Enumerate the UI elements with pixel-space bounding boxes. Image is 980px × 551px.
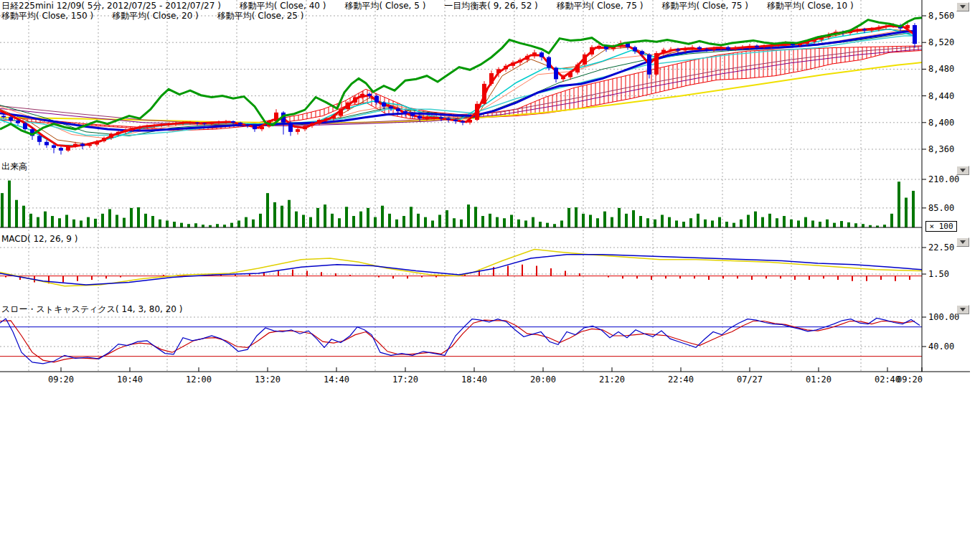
- stochastics-panel: [0, 318, 922, 364]
- legend-indicator: 移動平均( Close, 5 ): [344, 1, 425, 11]
- stochastics-panel-title: スロー・ストキャスティクス( 14, 3, 80, 20 ): [1, 305, 182, 314]
- macd-panel-title: MACD( 12, 26, 9 ): [1, 235, 77, 244]
- volume-axis-labels: 210.0085.00: [922, 174, 959, 213]
- y-axis-tick-label: 1.50: [928, 269, 949, 279]
- chikou-span-line: [0, 18, 922, 135]
- legend-row-1: 日経225mini 12/09( 5分, 2012/07/25 - 2012/0…: [1, 1, 854, 11]
- macd-axis-labels: 22.501.50: [922, 242, 954, 279]
- legend-indicator: 移動平均( Close, 75 ): [661, 1, 748, 11]
- y-axis-tick-label: 8,400: [928, 118, 954, 128]
- y-axis-tick-label: 8,440: [928, 91, 954, 101]
- y-axis-tick-label: 40.00: [928, 342, 954, 352]
- legend-indicator: 移動平均( Close, 20 ): [112, 11, 199, 21]
- y-axis-tick-label: 22.50: [928, 242, 954, 253]
- x-axis-tick-label: 10:40: [117, 375, 143, 385]
- y-axis-tick-label: 8,520: [928, 37, 954, 47]
- y-axis-tick-label: 85.00: [928, 203, 954, 213]
- price-axis-labels: 8,5608,5208,4808,4408,4008,360: [922, 11, 954, 154]
- legend-indicator: 移動平均( Close, 40 ): [240, 1, 326, 11]
- volume-bars: [0, 181, 922, 227]
- legend-indicator: 移動平均( Close, 25 ): [217, 11, 304, 21]
- legend-indicator: 移動平均( Close, 10 ): [767, 1, 854, 11]
- legend-indicator: 移動平均( Close, 75 ): [557, 1, 644, 11]
- y-axis-tick-label: 8,560: [928, 11, 954, 21]
- chevron-down-icon: [960, 169, 966, 172]
- chart-canvas: 09:2010:4012:0013:2014:4017:2018:4020:00…: [0, 0, 980, 391]
- chevron-down-icon: [960, 5, 966, 9]
- y-axis-tick-label: 8,480: [928, 64, 954, 74]
- x-axis-tick-label: 13:20: [255, 375, 281, 385]
- x-axis-tick-label: 17:20: [392, 375, 418, 385]
- y-axis-tick-label: 210.00: [928, 174, 959, 184]
- legend-row-2: 移動平均( Close, 150 )移動平均( Close, 20 )移動平均(…: [1, 11, 303, 21]
- y-axis-tick-label: 100.00: [928, 312, 959, 322]
- legend-indicator: 一目均衡表( 9, 26, 52 ): [444, 1, 537, 11]
- gridlines: [0, 0, 922, 372]
- x-axis-tick-label: 09:20: [48, 375, 74, 385]
- macd-panel: [0, 250, 922, 286]
- x-axis-tick-label: 07/27: [737, 375, 763, 385]
- x-axis-tick-label: 20:00: [530, 375, 556, 385]
- volume-panel-dropdown-button[interactable]: [956, 166, 969, 175]
- stochastics-panel-dropdown-button[interactable]: [956, 305, 969, 314]
- volume-unit-box: × 100: [925, 221, 957, 232]
- x-axis-tick-label: 22:40: [668, 375, 694, 385]
- x-axis-tick-label: 18:40: [461, 375, 487, 385]
- volume-panel-title: 出来高: [1, 162, 27, 171]
- x-axis-tick-label: 12:00: [186, 375, 212, 385]
- series-title: 日経225mini 12/09( 5分, 2012/07/25 - 2012/0…: [1, 1, 221, 11]
- chevron-down-icon: [960, 240, 966, 244]
- stochastics-axis-labels: 100.0040.00: [922, 312, 959, 352]
- legend-indicator: 移動平均( Close, 150 ): [1, 11, 93, 21]
- price-panel-dropdown-button[interactable]: [956, 2, 969, 11]
- y-axis-tick-label: 8,360: [928, 144, 954, 154]
- macd-panel-dropdown-button[interactable]: [956, 237, 969, 247]
- x-axis-tick-label: 14:40: [324, 375, 349, 385]
- chart-application-window: 09:2010:4012:0013:2014:4017:2018:4020:00…: [0, 0, 980, 551]
- x-axis-labels: 09:2010:4012:0013:2014:4017:2018:4020:00…: [48, 375, 923, 385]
- x-axis-tick-label: 21:20: [599, 375, 625, 385]
- x-axis-tick-label: 01:20: [806, 375, 831, 385]
- x-axis-tick-label: 09:20: [897, 375, 923, 385]
- chevron-down-icon: [960, 308, 966, 311]
